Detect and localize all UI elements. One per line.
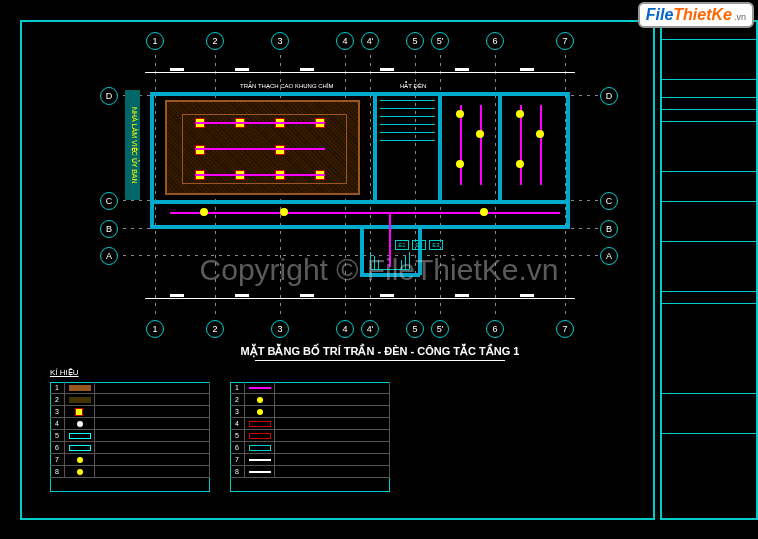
switch-icon	[476, 130, 484, 138]
legend-row: 8	[50, 466, 210, 478]
dim-tick	[520, 294, 534, 297]
wiring	[540, 105, 542, 185]
dim-tick	[380, 68, 394, 71]
tb-row	[662, 242, 756, 292]
stair	[380, 140, 435, 141]
watermark-logo: File ThietKe .vn	[638, 2, 754, 28]
title-underline	[255, 360, 505, 361]
stair	[380, 132, 435, 133]
wall	[150, 92, 154, 228]
legend-row: 5	[50, 430, 210, 442]
dim-tick	[235, 68, 249, 71]
panel: E2	[412, 240, 426, 250]
cad-canvas: File ThietKe .vn 1 2 3 4 4' 5 5' 6	[0, 0, 758, 539]
ceiling-note: HẮT ĐÈN	[400, 82, 426, 89]
dim-line	[145, 72, 575, 73]
legend-row: 3	[50, 406, 210, 418]
tb-row	[662, 292, 756, 304]
grid-bubble: A	[600, 247, 618, 265]
grid-bubble: 4'	[361, 320, 379, 338]
grid-bubble: D	[100, 87, 118, 105]
light-fixture	[275, 145, 285, 155]
tb-row	[662, 394, 756, 434]
grid-bubble: 5	[406, 32, 424, 50]
switch-icon	[516, 160, 524, 168]
switch-icon	[516, 110, 524, 118]
wiring	[195, 148, 325, 150]
tb-row	[662, 110, 756, 122]
wiring	[195, 122, 325, 124]
dim-tick	[300, 294, 314, 297]
switch-icon	[280, 208, 288, 216]
tb-row	[662, 98, 756, 110]
logo-suffix: .vn	[734, 12, 746, 22]
grid-bubble: 6	[486, 32, 504, 50]
grid-bubble: 4'	[361, 32, 379, 50]
legend-row: 6	[50, 442, 210, 454]
dim-tick	[300, 68, 314, 71]
tb-row	[662, 304, 756, 394]
dim-tick	[455, 294, 469, 297]
grid-bubble: 7	[556, 32, 574, 50]
panel: E1	[395, 240, 409, 250]
legend-row: 8	[230, 466, 390, 478]
tb-row	[662, 40, 756, 80]
building-sign: NHÀ LÀM VIỆC ỦY BAN	[125, 90, 140, 200]
grid-bubble: C	[100, 192, 118, 210]
stair	[380, 116, 435, 117]
grid-bubble: 5'	[431, 320, 449, 338]
wall	[438, 92, 442, 202]
legend-row: 3	[230, 406, 390, 418]
legend-row: 4	[50, 418, 210, 430]
tb-row	[662, 172, 756, 202]
wall	[150, 200, 570, 204]
grid-bubble: 4	[336, 32, 354, 50]
grid-bubble: 6	[486, 320, 504, 338]
grid-bubble: 5	[406, 320, 424, 338]
grid-bubble: 2	[206, 32, 224, 50]
stair	[380, 100, 435, 101]
legend-row: 1	[230, 382, 390, 394]
logo-part1: File	[646, 6, 674, 24]
conduit	[378, 260, 402, 270]
ceiling-note: TRẦN THẠCH CAO KHUNG CHÌM	[240, 82, 334, 89]
stair	[380, 124, 435, 125]
wiring	[480, 105, 482, 185]
grid-bubble: 5'	[431, 32, 449, 50]
wall	[360, 225, 364, 275]
legend-row: 2	[230, 394, 390, 406]
dim-tick	[235, 294, 249, 297]
panel: E3	[429, 240, 443, 250]
stair	[380, 108, 435, 109]
wall	[418, 225, 422, 275]
light-fixture	[195, 145, 205, 155]
switch-icon	[456, 160, 464, 168]
tb-row	[662, 80, 756, 98]
title-block	[660, 20, 758, 520]
grid-bubble: B	[100, 220, 118, 238]
legend-row: 7	[230, 454, 390, 466]
wiring	[170, 212, 560, 214]
logo-part2: ThietKe	[673, 6, 732, 24]
switch-icon	[536, 130, 544, 138]
legend-row: 5	[230, 430, 390, 442]
wall	[373, 92, 377, 202]
grid-bubble: C	[600, 192, 618, 210]
legend-row: 7	[50, 454, 210, 466]
dim-tick	[170, 68, 184, 71]
grid-bubble: 1	[146, 320, 164, 338]
switch-icon	[456, 110, 464, 118]
tb-row	[662, 202, 756, 242]
grid-bubble: 1	[146, 32, 164, 50]
legend-row: 1	[50, 382, 210, 394]
switch-icon	[200, 208, 208, 216]
wall	[498, 92, 502, 202]
dim-tick	[170, 294, 184, 297]
legend-row: 2	[50, 394, 210, 406]
dim-tick	[380, 294, 394, 297]
dim-tick	[520, 68, 534, 71]
dim-line	[145, 298, 575, 299]
wall	[566, 92, 570, 228]
grid-bubble: 4	[336, 320, 354, 338]
legend-row: 6	[230, 442, 390, 454]
